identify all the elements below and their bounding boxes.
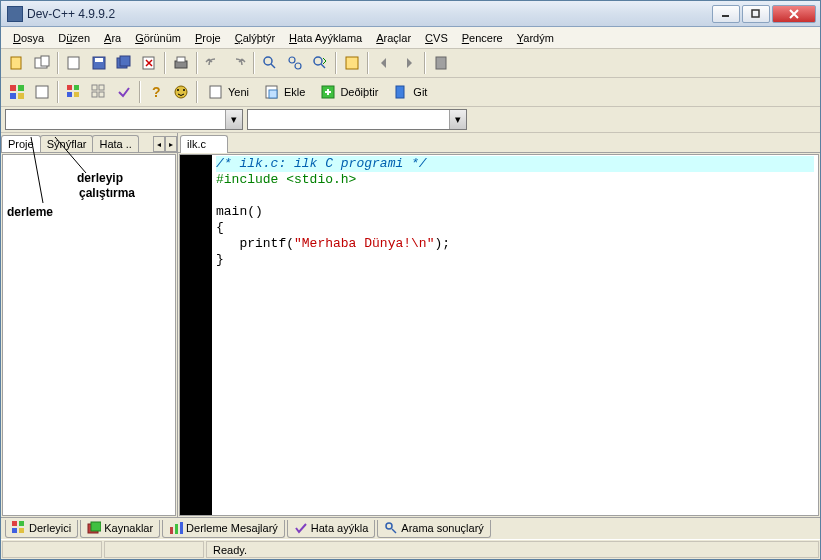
svg-rect-39 [396, 86, 404, 98]
svg-rect-22 [36, 86, 48, 98]
btab-kaynaklar-label: Kaynaklar [104, 522, 153, 534]
bookmark-button[interactable] [429, 51, 453, 75]
redo-button[interactable] [226, 51, 250, 75]
svg-rect-1 [11, 57, 21, 69]
close-button[interactable] [772, 5, 816, 23]
svg-rect-28 [99, 85, 104, 90]
code-line-4: main() [216, 204, 263, 219]
close-file-button[interactable] [137, 51, 161, 75]
svg-rect-29 [92, 92, 97, 97]
titlebar: Dev-C++ 4.9.9.2 [1, 1, 820, 27]
function-combo[interactable]: ▾ [247, 109, 467, 130]
debug-button[interactable] [112, 80, 136, 104]
menu-pencere[interactable]: Pencere [456, 30, 509, 46]
maximize-button[interactable] [742, 5, 770, 23]
find-next-button[interactable] [308, 51, 332, 75]
tab-proje[interactable]: Proje [1, 135, 41, 153]
svg-rect-23 [67, 85, 72, 90]
class-combo[interactable]: ▾ [5, 109, 243, 130]
window-title: Dev-C++ 4.9.9.2 [27, 7, 712, 21]
menu-dosya[interactable]: Dosya [7, 30, 50, 46]
status-cell-2 [104, 541, 204, 558]
menu-cvs[interactable]: CVS [419, 30, 454, 46]
code-line-2: #include <stdio.h> [216, 172, 356, 187]
compile-run-button[interactable] [62, 80, 86, 104]
tab-scroll-left[interactable]: ◂ [153, 136, 165, 152]
new-source-button[interactable] [5, 51, 29, 75]
svg-rect-43 [19, 521, 24, 526]
insert-button[interactable]: Ekle [257, 80, 312, 104]
project-panel: Proje Sýnýflar Hata .. ◂ ▸ [1, 133, 178, 517]
save-button[interactable] [87, 51, 111, 75]
code-line-7: } [216, 252, 224, 267]
editor-gutter [180, 155, 212, 515]
open-button[interactable] [62, 51, 86, 75]
new-file-button[interactable]: Yeni [201, 80, 256, 104]
compile-button[interactable] [5, 80, 29, 104]
btab-hata-ayikla[interactable]: Hata ayýkla [287, 520, 375, 538]
code-line-6c: ); [434, 236, 450, 251]
rebuild-button[interactable] [87, 80, 111, 104]
status-ready: Ready. [206, 541, 819, 558]
svg-rect-6 [95, 58, 103, 62]
svg-rect-25 [67, 92, 72, 97]
svg-rect-50 [180, 522, 183, 534]
btab-derleyici[interactable]: Derleyici [5, 520, 78, 538]
replace-button[interactable] [283, 51, 307, 75]
svg-rect-11 [177, 57, 185, 62]
btab-derleme-mesajlari[interactable]: Derleme Mesajlarý [162, 520, 285, 538]
tab-scroll-right[interactable]: ▸ [165, 136, 177, 152]
menu-duzen[interactable]: Düzen [52, 30, 96, 46]
code-line-1: /* ilk.c: ilk C programi */ [216, 156, 814, 172]
status-cell-1 [2, 541, 102, 558]
toolbar-compile: ? Yeni Ekle Deðiþtir Git [1, 78, 820, 107]
tab-siniflar[interactable]: Sýnýflar [40, 135, 94, 153]
file-tabs: ilk.c [178, 133, 820, 153]
save-all-button[interactable] [112, 51, 136, 75]
nav-back-button[interactable] [372, 51, 396, 75]
svg-point-12 [264, 57, 272, 65]
btab-kaynaklar[interactable]: Kaynaklar [80, 520, 160, 538]
menu-calistir[interactable]: Çalýþtýr [229, 30, 281, 46]
menu-gorunum[interactable]: Görünüm [129, 30, 187, 46]
statusbar: Ready. [1, 539, 820, 559]
goto-button[interactable]: Git [386, 80, 434, 104]
toggle-button[interactable]: Deðiþtir [313, 80, 385, 104]
app-icon [7, 6, 23, 22]
nav-forward-button[interactable] [397, 51, 421, 75]
find-button[interactable] [258, 51, 282, 75]
minimize-button[interactable] [712, 5, 740, 23]
tab-hata[interactable]: Hata .. [92, 135, 138, 153]
goto-line-button[interactable] [340, 51, 364, 75]
new-project-button[interactable] [30, 51, 54, 75]
menu-yardim[interactable]: Yardým [511, 30, 560, 46]
help-button[interactable]: ? [144, 80, 168, 104]
undo-button[interactable] [201, 51, 225, 75]
svg-rect-4 [68, 57, 79, 69]
app-window: Dev-C++ 4.9.9.2 Dosya Düzen Ara Görünüm … [0, 0, 821, 560]
btab-mesajlari-label: Derleme Mesajlarý [186, 522, 278, 534]
svg-rect-30 [99, 92, 104, 97]
project-tree[interactable] [2, 154, 176, 516]
svg-rect-19 [18, 85, 24, 91]
menu-proje[interactable]: Proje [189, 30, 227, 46]
btab-arama[interactable]: Arama sonuçlarý [377, 520, 491, 538]
print-button[interactable] [169, 51, 193, 75]
svg-rect-37 [269, 90, 277, 98]
svg-rect-20 [10, 93, 16, 99]
about-button[interactable] [169, 80, 193, 104]
svg-rect-49 [175, 524, 178, 534]
main-area: derleme derleyip çalıştırma Proje Sýnýfl… [1, 133, 820, 517]
code-body[interactable]: /* ilk.c: ilk C programi */#include <std… [212, 155, 818, 515]
file-tab-ilk-c[interactable]: ilk.c [180, 135, 228, 153]
svg-point-33 [177, 89, 179, 91]
insert-label: Ekle [284, 86, 305, 98]
new-file-label: Yeni [228, 86, 249, 98]
menu-ara[interactable]: Ara [98, 30, 127, 46]
btab-hata-label: Hata ayýkla [311, 522, 368, 534]
menu-araclar[interactable]: Araçlar [370, 30, 417, 46]
menu-hata[interactable]: Hata Ayýklama [283, 30, 368, 46]
run-button[interactable] [30, 80, 54, 104]
editor-area: ilk.c /* ilk.c: ilk C programi */#includ… [178, 133, 820, 517]
code-editor[interactable]: /* ilk.c: ilk C programi */#include <std… [179, 154, 819, 516]
